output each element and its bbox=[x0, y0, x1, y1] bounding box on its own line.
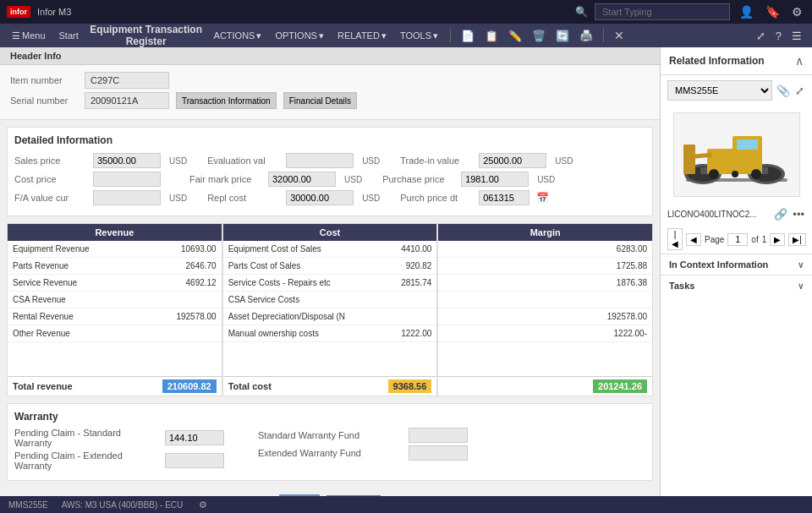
menu-button[interactable]: ☰ Menu bbox=[7, 29, 51, 43]
delete-icon[interactable]: 🗑️ bbox=[529, 28, 549, 44]
cost-row-2: Service Costs - Repairs etc 2815.74 bbox=[223, 275, 437, 292]
new-icon[interactable]: 📄 bbox=[458, 28, 478, 44]
bookmark-icon[interactable]: 🔖 bbox=[763, 5, 782, 19]
calendar-icon[interactable]: 📅 bbox=[536, 192, 549, 204]
more-icon[interactable]: ☰ bbox=[788, 28, 805, 44]
first-page-btn[interactable]: |◀ bbox=[667, 228, 683, 250]
refresh-icon[interactable]: 🔄 bbox=[552, 28, 573, 44]
start-button[interactable]: Start bbox=[54, 29, 84, 42]
transaction-info-tab[interactable]: Transaction Information bbox=[176, 92, 277, 109]
close-button[interactable]: ✕ bbox=[611, 29, 628, 42]
equipment-label-row: LICONO400LITNOC2... 🔗 ••• bbox=[661, 204, 812, 225]
warranty-row2-input[interactable] bbox=[165, 453, 224, 468]
print-icon[interactable]: 🖨️ bbox=[576, 28, 596, 44]
related-expand-icon[interactable]: ⤢ bbox=[794, 84, 805, 98]
warranty-fund1-input[interactable] bbox=[409, 428, 468, 443]
warranty-fund1-label: Standard Warranty Fund bbox=[258, 430, 402, 440]
detail-row-3: F/A value cur USD Repl cost USD Purch pr… bbox=[14, 190, 645, 205]
serial-number-value: 20090121A bbox=[85, 92, 169, 109]
infor-logo: infor bbox=[7, 6, 30, 18]
cost-price-input[interactable] bbox=[93, 172, 161, 187]
related-button[interactable]: RELATED ▾ bbox=[332, 29, 392, 43]
repl-cost-label: Repl cost bbox=[207, 193, 279, 203]
prev-page-btn[interactable]: ◀ bbox=[686, 233, 701, 246]
warranty-row-1: Pending Claim - Standard Warranty bbox=[14, 428, 224, 448]
fullscreen-icon[interactable]: ⤢ bbox=[753, 28, 769, 44]
next-button[interactable]: NEXT bbox=[326, 495, 380, 496]
search-icon: 🔍 bbox=[575, 6, 588, 18]
page-number-input[interactable] bbox=[727, 233, 748, 246]
context-info-header[interactable]: In Context Information ∨ bbox=[661, 254, 812, 275]
cost-row-0: Equipment Cost of Sales 4410.00 bbox=[223, 241, 437, 258]
edit-icon[interactable]: ✏️ bbox=[505, 28, 525, 44]
options-button[interactable]: OPTIONS ▾ bbox=[270, 29, 329, 43]
prev-button[interactable]: ◀ bbox=[279, 494, 320, 496]
copy-icon[interactable]: 📋 bbox=[481, 28, 502, 44]
fair-mark-currency: USD bbox=[344, 175, 362, 184]
right-panel: Related Information ∧ MMS255E 📎 ⤢ bbox=[660, 47, 812, 496]
last-page-btn[interactable]: ▶| bbox=[788, 233, 806, 246]
revenue-row-3: CSA Revenue bbox=[8, 292, 222, 308]
cost-row-1: Parts Cost of Sales 920.82 bbox=[223, 258, 437, 275]
related-select[interactable]: MMS255E bbox=[667, 80, 772, 101]
equipment-svg bbox=[682, 119, 792, 191]
margin-row-5: 1222.00- bbox=[438, 325, 652, 342]
page-label: Page bbox=[705, 235, 724, 244]
tools-button[interactable]: TOOLS ▾ bbox=[395, 29, 443, 43]
actions-button[interactable]: ACTIONS ▾ bbox=[209, 29, 267, 43]
fa-value-input[interactable] bbox=[93, 190, 161, 205]
status-bar: MMS255E AWS: M3 USA (400/BBB) - ECU ⚙ bbox=[0, 496, 812, 513]
related-attach-icon[interactable]: 📎 bbox=[776, 84, 791, 98]
warranty-section: Warranty Pending Claim - Standard Warran… bbox=[7, 403, 653, 481]
warranty-fund2-input[interactable] bbox=[409, 445, 468, 461]
revenue-total-row: Total revenue 210609.82 bbox=[8, 376, 222, 396]
search-input[interactable] bbox=[595, 3, 730, 20]
header-info-title: Header Info bbox=[0, 47, 660, 65]
page-total: 1 bbox=[762, 235, 767, 244]
form-area: Header Info Item number C297C Serial num… bbox=[0, 47, 660, 496]
purchase-price-input[interactable] bbox=[461, 172, 529, 187]
trade-in-input[interactable] bbox=[479, 153, 546, 168]
purch-price-dt-input[interactable] bbox=[479, 190, 529, 205]
context-info-label: In Context Information bbox=[669, 259, 768, 270]
revenue-row-1: Parts Revenue 2646.70 bbox=[8, 258, 222, 275]
svg-rect-10 bbox=[683, 145, 695, 174]
sales-price-label: Sales price bbox=[14, 156, 86, 166]
equipment-more-icon[interactable]: ••• bbox=[792, 207, 805, 221]
collapse-icon[interactable]: ∧ bbox=[795, 54, 804, 68]
main-toolbar: ☰ Menu Start Equipment Transaction Regis… bbox=[0, 24, 812, 47]
financial-details-tab[interactable]: Financial Details bbox=[283, 92, 357, 109]
warranty-row1-input[interactable] bbox=[165, 430, 224, 445]
status-settings-icon[interactable]: ⚙ bbox=[196, 499, 210, 510]
margin-section: Margin 6283.00 1725.88 1876.38 bbox=[437, 223, 653, 396]
warranty-col2-row-2: Extended Warranty Fund bbox=[258, 445, 468, 461]
warranty-row2-label: Pending Claim - Extended Warranty bbox=[14, 450, 158, 471]
detail-row-1: Sales price USD Evaluation val USD Trade… bbox=[14, 153, 645, 168]
equipment-link-icon[interactable]: 🔗 bbox=[773, 207, 788, 221]
detailed-section: Detailed Information Sales price USD Eva… bbox=[7, 127, 653, 216]
next-page-btn[interactable]: ▶ bbox=[770, 233, 785, 246]
fair-mark-input[interactable] bbox=[268, 172, 336, 187]
user-icon[interactable]: 👤 bbox=[737, 5, 756, 19]
purch-price-dt-label: Purch price dt bbox=[400, 193, 472, 203]
eval-val-input[interactable] bbox=[286, 153, 354, 168]
warranty-col2-row-1: Standard Warranty Fund bbox=[258, 428, 468, 443]
sales-price-input[interactable] bbox=[93, 153, 161, 168]
cost-price-label: Cost price bbox=[14, 174, 86, 184]
detail-row-2: Cost price Fair mark price USD Purchase … bbox=[14, 172, 645, 187]
item-number-row: Item number C297C bbox=[10, 72, 650, 89]
help-icon[interactable]: ? bbox=[772, 28, 785, 44]
purchase-price-label: Purchase price bbox=[382, 174, 454, 184]
repl-cost-input[interactable] bbox=[286, 190, 354, 205]
tasks-header[interactable]: Tasks ∨ bbox=[661, 276, 812, 296]
revenue-section: Revenue Equipment Revenue 10693.00 Parts… bbox=[7, 223, 222, 396]
margin-row-4: 192578.00 bbox=[438, 308, 652, 325]
settings-icon[interactable]: ⚙ bbox=[789, 5, 805, 19]
app-title: Infor M3 bbox=[37, 7, 71, 17]
sales-price-currency: USD bbox=[169, 156, 187, 166]
cost-total-row: Total cost 9368.56 bbox=[223, 376, 437, 396]
revenue-total-value: 210609.82 bbox=[162, 379, 217, 393]
serial-number-row: Serial number 20090121A Transaction Info… bbox=[10, 92, 650, 109]
cost-section: Cost Equipment Cost of Sales 4410.00 Par… bbox=[222, 223, 438, 396]
margin-total-value: 201241.26 bbox=[593, 379, 647, 393]
